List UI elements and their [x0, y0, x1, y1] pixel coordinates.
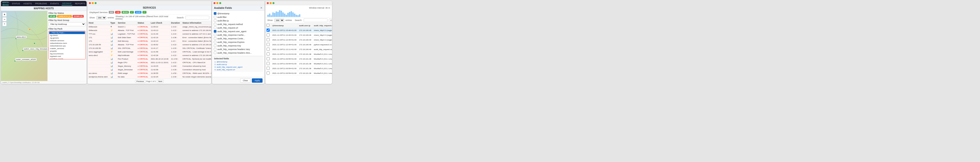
win-close3[interactable] — [267, 2, 269, 4]
table-row[interactable]: 2021-12-29T11:12:49+01:00 172.16.100.49 … — [266, 38, 332, 42]
win-max[interactable] — [95, 2, 97, 4]
pack-item-8[interactable]: log-occurrences — [49, 53, 85, 55]
win-close[interactable] — [89, 2, 91, 4]
filter-hostgroup-select[interactable]: Filter by HostGroup — [49, 22, 86, 26]
field-checkbox[interactable] — [214, 51, 216, 54]
field-item[interactable]: audit_http_response.Expires — [213, 40, 264, 44]
pack-item-4[interactable]: networkdevice-mem — [49, 42, 85, 45]
pack-item-3[interactable]: network-services — [49, 39, 85, 42]
field-item[interactable]: audit_http_response.Cache... — [213, 33, 264, 37]
field-item[interactable]: audit_http_response.Key — [213, 44, 264, 47]
table-row[interactable]: 172. 📊 Edit Memory ● CRITICAL 11:42:13 1… — [88, 39, 211, 43]
row-checkbox[interactable] — [267, 29, 270, 32]
row-checkbox[interactable] — [267, 43, 270, 46]
pack-item-9[interactable]: logstash-root — [49, 55, 85, 58]
field-item[interactable]: audit.filter — [213, 15, 264, 19]
field-checkbox[interactable] — [214, 30, 216, 33]
prev-page-btn[interactable]: Previous — [135, 80, 145, 83]
field-item[interactable]: audit.filter.ip — [213, 19, 264, 22]
pack-item-6[interactable]: crawler_services — [49, 47, 85, 50]
field-item[interactable]: @timestamp — [213, 12, 264, 15]
field-checkbox[interactable] — [214, 12, 216, 15]
clear-button[interactable]: Clear — [240, 79, 251, 83]
row-checkbox[interactable] — [267, 62, 270, 65]
table-row[interactable]: 2021-12-29T11:12:49+01:00 172.16.100.49 … — [266, 33, 332, 38]
table-row[interactable]: wocu-dev1 ⚡ httpCertificate ● CRITICAL 1… — [88, 54, 211, 57]
win-max3[interactable] — [272, 2, 274, 4]
table-row[interactable]: 📊 Skype_Memory ● CRITICAL 11:43:25 1 d 6… — [88, 64, 211, 68]
field-item[interactable]: audit_http_request.url — [213, 26, 264, 30]
table-row[interactable]: 2021-12-29T11:11:03+01:00 172.16.101.38 … — [266, 52, 332, 57]
table-row[interactable]: acc-demo 📊 RAM usage ● CRITICAL 11:36:55… — [88, 72, 211, 75]
field-item[interactable]: audit_http_request.method — [213, 22, 264, 26]
nav-problems[interactable]: PROBLEMS — [35, 2, 48, 5]
map-area[interactable]: + − ≡ wocu-dev1 switch_cisco_10g_Simulad… — [1, 11, 47, 81]
table-row[interactable]: 📊 Regle CPU ● CRITICAL 2021-11-03 11:33:… — [88, 61, 211, 64]
apply-button[interactable]: Apply — [252, 79, 262, 83]
table-row[interactable]: 2021-12-29T11:03:59+01:00 172.16.101.38 … — [266, 66, 332, 71]
pack-item-10[interactable]: workflow-conda — [49, 58, 85, 59]
field-item[interactable]: audit_http_response.headers.Vary — [213, 47, 264, 51]
table-row[interactable]: 2021-12-29T11:12:11+01:00 172.16.100.49 … — [266, 47, 332, 52]
table-row[interactable]: 2021-12-29T11:03:59+01:00 172.16.101.38 … — [266, 61, 332, 66]
services-search-input[interactable] — [186, 16, 209, 19]
table-row[interactable]: wocu-aggregator ⚡ Edit Load Average ● CR… — [88, 50, 211, 54]
pack-item-1[interactable]: ng-check — [49, 34, 85, 37]
table-row[interactable]: 172.16.100.59 📊 Albania - TCP Port ● CRI… — [88, 43, 211, 47]
nav-reports[interactable]: REPORTS — [74, 2, 86, 5]
table-row[interactable]: 172.16.100.50 📊 SSL CRITICAL ● CRITICAL … — [88, 47, 211, 50]
dt-show-select[interactable]: 200 — [274, 19, 284, 22]
field-checkbox[interactable] — [214, 23, 216, 26]
nav-assets[interactable]: ASSETS — [22, 2, 33, 5]
field-checkbox[interactable] — [214, 44, 216, 47]
field-checkbox[interactable] — [214, 26, 216, 29]
badge-unreach[interactable]: UNREACH (1) — [57, 15, 72, 18]
badge-up[interactable]: UP (4) — [49, 15, 56, 18]
next-page-btn[interactable]: Next — [157, 80, 164, 83]
field-checkbox[interactable] — [214, 34, 216, 36]
field-checkbox[interactable] — [214, 48, 216, 50]
win-min[interactable] — [92, 2, 94, 4]
row-checkbox[interactable] — [267, 57, 270, 60]
field-checkbox[interactable] — [214, 41, 216, 43]
table-row[interactable]: wordpress-theme-dem 📊 No data ● CRITICAL… — [88, 75, 211, 79]
win-close2[interactable] — [213, 2, 215, 4]
nav-status[interactable]: STATUS — [11, 2, 21, 5]
table-row[interactable]: 172. 📊 Edit Glide Diam ● CRITICAL 11:42:… — [88, 36, 211, 39]
table-row[interactable]: 848wca1k ⚡ Albania - TCP Port ● CRITICAL… — [88, 29, 211, 32]
pack-item-0[interactable]: -- Filter By Pack -- — [49, 31, 85, 34]
field-item[interactable]: audit_http_response.Conte... — [213, 37, 264, 40]
fields-close-icon[interactable]: ✕ — [260, 6, 262, 10]
table-row[interactable]: 2021-12-29T11:03:59+01:00 172.16.101.38 … — [266, 57, 332, 61]
table-row[interactable]: 📊 Skype_Dimesstar ● CRITICAL 11:42:08 1 … — [88, 68, 211, 72]
row-checkbox[interactable] — [267, 48, 270, 51]
pack-item-5[interactable]: networkdevice-cpu — [49, 45, 85, 47]
table-row[interactable]: 2021-12-29T11:15:48+01:00 172.16.100.49 … — [266, 28, 332, 33]
nav-events[interactable]: EVENTS — [50, 2, 60, 5]
table-row[interactable]: 2021-12-29T11:03:59+01:00 172.16.101.38 … — [266, 71, 332, 76]
dt-search-input[interactable] — [304, 18, 328, 22]
field-item[interactable]: audit_http_request.user_agent — [213, 30, 264, 33]
row-checkbox[interactable] — [267, 34, 270, 37]
row-checkbox[interactable] — [267, 53, 270, 56]
row-checkbox[interactable] — [267, 72, 270, 75]
field-checkbox[interactable] — [214, 19, 216, 22]
win-min2[interactable] — [216, 2, 218, 4]
badge-down[interactable]: DOWN (0) — [73, 15, 84, 18]
win-max2[interactable] — [219, 2, 221, 4]
export-csv-btn[interactable]: CSV — [329, 19, 332, 22]
field-item[interactable]: audit_http_response.headers.Stos... — [213, 51, 264, 55]
row-checkbox[interactable] — [267, 67, 270, 70]
field-checkbox[interactable] — [214, 37, 216, 40]
nav-geomap[interactable]: GEOMAP — [62, 2, 73, 5]
pack-item-7[interactable]: propetis — [49, 50, 85, 53]
row-checkbox[interactable] — [267, 38, 270, 41]
table-row[interactable]: TTT.xxx 📊 Logstash - TCP Port ● CRITICAL… — [88, 32, 211, 36]
win-min3[interactable] — [270, 2, 272, 4]
table-row[interactable]: 848wca1k ✈ Search 1 ● CRITICAL 11:09:22 … — [88, 25, 211, 29]
show-select[interactable]: 200 — [96, 16, 106, 19]
pack-item-2[interactable]: ng-generic — [49, 37, 85, 39]
field-checkbox[interactable] — [214, 16, 216, 18]
select-all-checkbox[interactable] — [267, 24, 269, 27]
table-row[interactable]: 📊 Fire Product ● CRITICAL 2021-08-18 14:… — [88, 57, 211, 61]
